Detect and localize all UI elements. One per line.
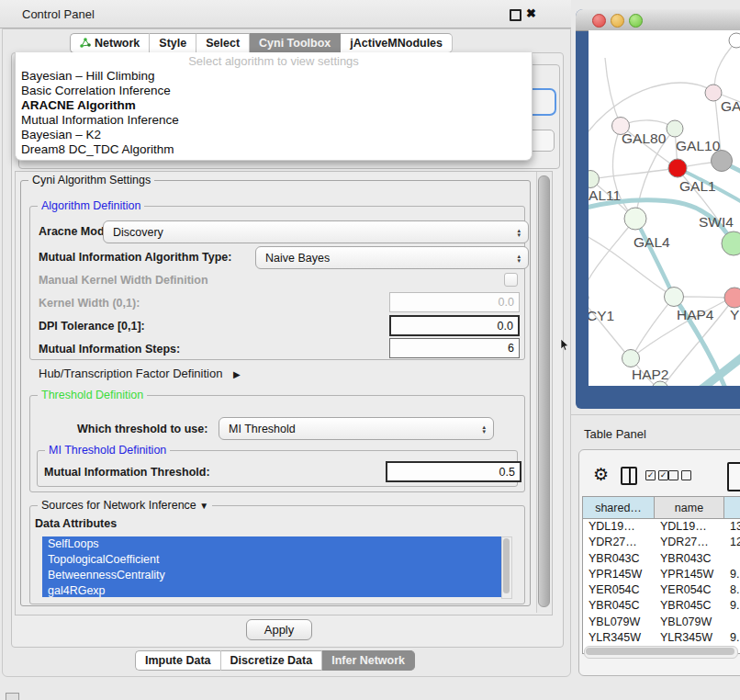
attributes-scrollbar-thumb[interactable]: [503, 538, 510, 593]
tab-style[interactable]: Style: [150, 33, 196, 53]
table-hscrollbar-thumb[interactable]: [586, 648, 734, 655]
column-header-shared[interactable]: shared…: [583, 497, 655, 519]
mi-threshold-group-title: MI Threshold Definition: [45, 444, 170, 457]
mi-steps-field[interactable]: 6: [389, 338, 520, 358]
table-cell: YBR043C: [583, 551, 655, 567]
table-row[interactable]: YLR345WYLR345W9.: [583, 630, 740, 646]
tab-select[interactable]: Select: [196, 33, 250, 53]
close-icon[interactable]: ✖: [526, 6, 536, 20]
which-threshold-combobox[interactable]: MI Threshold ▴▾: [219, 417, 494, 440]
table-row[interactable]: YBR043CYBR043C: [583, 551, 740, 567]
columns-icon[interactable]: [621, 467, 637, 485]
sources-expander[interactable]: Sources for Network Inference ▼: [38, 499, 212, 512]
node-hap2[interactable]: [622, 350, 640, 367]
algorithm-option-dream8-dc-tdc-algorithm[interactable]: Dream8 DC_TDC Algorithm: [16, 142, 532, 157]
tab-jactivemnodules[interactable]: jActiveMNodules: [341, 33, 453, 53]
tab-cyni-toolbox[interactable]: Cyni Toolbox: [250, 33, 341, 53]
table-cell: 12: [724, 535, 740, 550]
algorithm-option-mutual-information-inference[interactable]: Mutual Information Inference: [16, 113, 532, 128]
tab-network[interactable]: Network: [70, 33, 150, 53]
which-threshold-value: MI Threshold: [229, 423, 296, 435]
table-panel-title: Table Panel: [584, 427, 646, 441]
deselect-all-columns-icon[interactable]: [668, 470, 691, 480]
table-row[interactable]: YER054CYER054C8.: [583, 582, 740, 598]
minimize-traffic-light-icon[interactable]: [611, 14, 624, 28]
algorithm-definition-title: Algorithm Definition: [38, 199, 144, 212]
data-attributes-label: Data Attributes: [35, 517, 117, 530]
attribute-item-topologicalcoefficient[interactable]: TopologicalCoefficient: [42, 552, 501, 568]
expander-right-arrow-icon: ▶: [233, 369, 241, 379]
table-row[interactable]: YPR145WYPR145W9.: [583, 567, 740, 582]
node-hap4-label: HAP4: [677, 307, 714, 322]
manual-kernel-checkbox[interactable]: [504, 273, 518, 287]
tab-label: Style: [159, 37, 186, 50]
tab-impute-data[interactable]: Impute Data: [135, 650, 221, 671]
column-header-name[interactable]: name: [655, 497, 724, 519]
network-view-window: GALGAL80GAL10GAL1GAL11SWI4GAL4HAP4YGCY1H…: [576, 9, 740, 409]
node-gal4[interactable]: [624, 208, 646, 230]
table-cell: 9.: [724, 630, 740, 646]
table-cell: YBR043C: [655, 551, 724, 567]
node-gal10[interactable]: [667, 120, 683, 137]
tab-label: Select: [206, 37, 240, 50]
settings-scrollbar-thumb[interactable]: [538, 175, 550, 607]
table-row[interactable]: YBR045CYBR045C9.: [583, 598, 740, 614]
node-table: shared…nameA YDL19…YDL19…13YDR27…YDR27…1…: [582, 496, 740, 654]
dpi-tolerance-field[interactable]: 0.0: [389, 315, 520, 336]
tab-infer-network[interactable]: Infer Network: [322, 650, 415, 671]
apply-button[interactable]: Apply: [246, 619, 312, 640]
mouse-cursor: [560, 339, 569, 351]
mi-steps-label: Mutual Information Steps:: [39, 343, 180, 356]
attribute-item-selfloops[interactable]: SelfLoops: [42, 536, 501, 552]
node-top[interactable]: [729, 33, 740, 48]
import-table-icon[interactable]: [727, 462, 740, 491]
node-swi4[interactable]: [722, 231, 740, 255]
table-row[interactable]: YBL079WYBL079W: [583, 615, 740, 630]
algorithm-option-aracne-algorithm[interactable]: ARACNE Algorithm: [16, 98, 532, 113]
algorithm-option-basic-correlation-inference[interactable]: Basic Correlation Inference: [16, 84, 532, 98]
node-hap4[interactable]: [665, 288, 684, 307]
network-graph: GALGAL80GAL10GAL1GAL11SWI4GAL4HAP4YGCY1H…: [589, 30, 740, 386]
float-window-icon[interactable]: [510, 9, 521, 21]
kernel-width-field[interactable]: 0.0: [389, 292, 520, 312]
attribute-item-betweennesscentrality[interactable]: BetweennessCentrality: [42, 568, 501, 583]
node-gal[interactable]: [705, 85, 722, 101]
table-cell: YBR045C: [655, 598, 724, 614]
node-salmon-label: Y: [730, 307, 739, 322]
close-traffic-light-icon[interactable]: [592, 14, 606, 28]
mi-threshold-field[interactable]: 0.5: [386, 461, 521, 482]
node-salmon[interactable]: [724, 288, 740, 308]
tab-discretize-data[interactable]: Discretize Data: [221, 650, 323, 671]
table-row[interactable]: YDL19…YDL19…13: [583, 519, 740, 535]
hub-definition-expander[interactable]: Hub/Transcription Factor Definition ▶: [39, 367, 241, 380]
cyni-algorithm-settings-title: Cyni Algorithm Settings: [28, 174, 154, 186]
node-gal10-label: GAL10: [676, 138, 721, 153]
node-gcy1-label: GCY1: [589, 308, 614, 323]
panel-divider: [571, 414, 740, 415]
mi-threshold-label: Mutual Information Threshold:: [44, 466, 210, 479]
node-gal80-label: GAL80: [622, 130, 667, 146]
dropdown-hint: Select algorithm to view settings: [16, 52, 532, 69]
expander-down-arrow-icon: ▼: [199, 501, 208, 511]
tab-label: Impute Data: [145, 654, 211, 667]
algorithm-option-bayesian-k2[interactable]: Bayesian – K2: [16, 128, 532, 142]
node-gal-label: GAL: [721, 98, 740, 114]
algorithm-option-bayesian-hill-climbing[interactable]: Bayesian – Hill Climbing: [16, 69, 532, 84]
table-row[interactable]: YDR27…YDR27…12: [583, 535, 740, 550]
control-panel-title: Control Panel: [22, 7, 95, 21]
tab-label: Cyni Toolbox: [259, 37, 331, 50]
column-header-a[interactable]: A: [724, 497, 740, 519]
window-icon-partial[interactable]: [6, 693, 19, 700]
network-canvas[interactable]: GALGAL80GAL10GAL1GAL11SWI4GAL4HAP4YGCY1H…: [589, 30, 740, 386]
mi-type-value: Naive Bayes: [265, 252, 330, 265]
table-cell: YDR27…: [583, 535, 655, 550]
mi-type-combobox[interactable]: Naive Bayes ▴▾: [255, 246, 529, 269]
aracne-mode-combobox[interactable]: Discovery ▴▾: [103, 220, 529, 243]
gear-icon[interactable]: ⚙: [593, 464, 609, 485]
data-attributes-list[interactable]: SelfLoopsTopologicalCoefficientBetweenne…: [42, 536, 501, 597]
node-gal1[interactable]: [668, 159, 687, 177]
attribute-item-gal4rgexp[interactable]: gal4RGexp: [42, 583, 501, 597]
zoom-traffic-light-icon[interactable]: [629, 14, 643, 28]
select-all-columns-icon[interactable]: ✓✓: [645, 470, 668, 480]
bottom-tabs: Impute DataDiscretize DataInfer Network: [135, 650, 415, 671]
